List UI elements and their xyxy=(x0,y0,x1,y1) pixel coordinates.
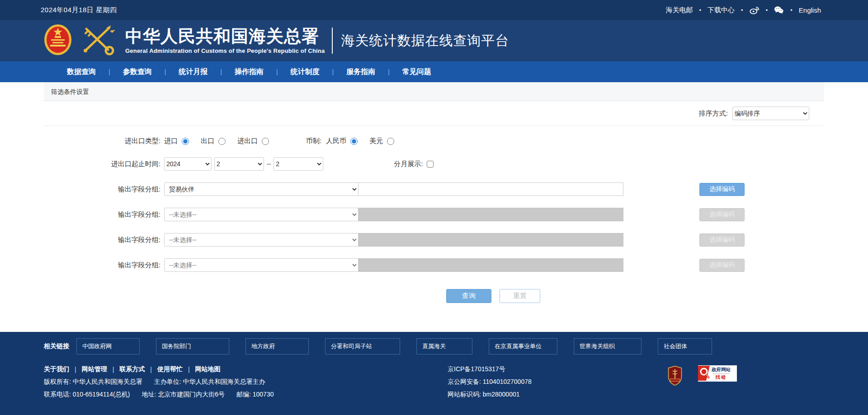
radio-rmb[interactable] xyxy=(350,138,358,145)
output-group-select-4[interactable]: --未选择-- xyxy=(164,258,359,272)
select-code-button-4: 选择编码 xyxy=(699,259,745,272)
radio-import[interactable] xyxy=(182,138,189,145)
customs-crossed-key-emblem-icon xyxy=(78,23,118,58)
footer-pipe: | xyxy=(75,366,76,373)
english-link[interactable]: English xyxy=(799,6,821,14)
footer-address: 地址: 北京市建国门内大街6号 xyxy=(142,391,225,399)
radio-export-label: 出口 xyxy=(201,137,214,145)
select-code-button-3: 选择编码 xyxy=(699,233,745,247)
output-group-label: 输出字段分组: xyxy=(44,185,160,194)
footer-site-code: 网站标识码: bm28000001 xyxy=(448,391,532,399)
separator-dot: • xyxy=(790,7,793,14)
radio-import-export[interactable] xyxy=(262,138,269,145)
output-group-select-1[interactable]: 贸易伙伴 xyxy=(164,182,359,196)
output-group-codes-input-4 xyxy=(359,258,623,272)
radio-import-label: 进口 xyxy=(164,137,178,145)
nav-item-param-query[interactable]: 参数查询 xyxy=(110,67,165,77)
main-nav: 数据查询 | 参数查询 | 统计月报 | 操作指南 | 统计制度 | 服务指南 … xyxy=(0,61,868,82)
wechat-icon[interactable] xyxy=(774,6,784,14)
footer-phone: 联系电话: 010-65194114(总机) xyxy=(44,391,130,399)
nav-item-faq[interactable]: 常见问题 xyxy=(390,67,444,77)
china-national-emblem-icon xyxy=(44,24,72,57)
output-group-codes-input-1[interactable] xyxy=(359,182,623,196)
error-badge-magnifier-icon xyxy=(698,365,710,382)
footer-pipe: | xyxy=(188,366,190,373)
nav-item-service-guide[interactable]: 服务指南 xyxy=(334,67,388,77)
footer-copyright: 版权所有: 中华人民共和国海关总署 xyxy=(44,378,142,386)
footer-security-record: 京公网安备: 11040102700078 xyxy=(448,378,532,386)
error-badge-line1: 政府网站 xyxy=(712,367,731,373)
query-button[interactable]: 查询 xyxy=(446,289,491,303)
radio-usd[interactable] xyxy=(387,138,394,145)
nav-item-monthly-report[interactable]: 统计月报 xyxy=(166,67,220,77)
site-footer: 相关链接 中国政府网 国务院部门 地方政府 分署和司局子站 直属海关 在京直属事… xyxy=(0,332,868,415)
sort-label: 排序方式: xyxy=(699,109,728,117)
footer-link-sitemap[interactable]: 网站地图 xyxy=(195,365,221,373)
radio-import-export-label: 进出口 xyxy=(237,137,258,145)
weibo-icon[interactable] xyxy=(750,6,760,14)
nav-item-data-query[interactable]: 数据查询 xyxy=(54,67,108,77)
radio-export[interactable] xyxy=(218,138,226,145)
monthly-display-label: 分月展示: xyxy=(394,160,423,168)
separator-dot: • xyxy=(741,7,743,14)
end-month-select[interactable]: 2 xyxy=(274,157,323,171)
customs-shield-badge-icon[interactable] xyxy=(667,365,683,387)
top-bar: 2024年04月18日 星期四 海关电邮 • 下载中心 • • • Englis… xyxy=(0,0,868,20)
footer-icp: 京ICP备17015317号 xyxy=(448,365,532,373)
radio-usd-label: 美元 xyxy=(369,137,383,145)
output-group-label: 输出字段分组: xyxy=(44,261,160,270)
trade-type-label: 进出口类型: xyxy=(44,137,160,145)
related-link-gov-cn[interactable]: 中国政府网 xyxy=(76,338,140,354)
period-label: 进出口起止时间: xyxy=(44,160,160,168)
footer-sponsor: 主办单位: 中华人民共和国海关总署主办 xyxy=(154,378,265,386)
org-subtitle: General Administration of Customs of the… xyxy=(125,47,325,54)
footer-link-site-admin[interactable]: 网站管理 xyxy=(82,365,107,373)
sort-select[interactable]: 编码排序 xyxy=(732,107,809,120)
output-group-label: 输出字段分组: xyxy=(44,210,160,219)
filter-panel-title: 筛选条件设置 xyxy=(44,82,824,101)
monthly-display-checkbox[interactable] xyxy=(427,161,434,168)
related-link-local-gov[interactable]: 地方政府 xyxy=(245,338,309,354)
header-divider xyxy=(332,28,333,54)
footer-link-help[interactable]: 使用帮忙 xyxy=(157,365,183,373)
org-title: 中华人民共和国海关总署 xyxy=(125,27,325,46)
output-group-codes-input-2 xyxy=(359,208,623,221)
footer-pipe: | xyxy=(113,366,114,373)
select-code-button-2: 选择编码 xyxy=(699,208,745,221)
nav-item-operation-guide[interactable]: 操作指南 xyxy=(222,67,276,77)
nav-item-statistics-system[interactable]: 统计制度 xyxy=(278,67,332,77)
gov-site-error-badge[interactable]: 政府网站 找错 xyxy=(698,365,737,382)
platform-title: 海关统计数据在线查询平台 xyxy=(341,32,509,50)
output-group-codes-input-3 xyxy=(359,233,623,247)
radio-rmb-label: 人民币 xyxy=(326,137,346,145)
footer-link-about[interactable]: 关于我们 xyxy=(44,365,69,373)
customs-mail-link[interactable]: 海关电邮 xyxy=(666,6,693,14)
reset-button[interactable]: 重置 xyxy=(500,289,540,303)
footer-postcode: 邮编: 100730 xyxy=(236,391,274,399)
output-group-select-3[interactable]: --未选择-- xyxy=(164,233,359,247)
related-link-state-council[interactable]: 国务院部门 xyxy=(156,338,229,354)
separator-dot: • xyxy=(699,7,702,14)
related-link-branch-sites[interactable]: 分署和司局子站 xyxy=(325,338,400,354)
separator-dot: • xyxy=(766,7,768,14)
footer-pipe: | xyxy=(150,366,152,373)
related-link-wco[interactable]: 世界海关组织 xyxy=(574,338,642,354)
related-link-direct-customs[interactable]: 直属海关 xyxy=(416,338,472,354)
error-badge-line2: 找错 xyxy=(713,373,730,381)
download-center-link[interactable]: 下载中心 xyxy=(708,6,735,14)
related-links-label: 相关链接 xyxy=(44,342,69,350)
related-link-beijing-units[interactable]: 在京直属事业单位 xyxy=(489,338,557,354)
currency-label: 币制: xyxy=(306,137,321,145)
footer-link-contact[interactable]: 联系方式 xyxy=(119,365,145,373)
select-code-button-1[interactable]: 选择编码 xyxy=(699,183,745,196)
range-separator: -- xyxy=(267,160,271,168)
site-header: 中华人民共和国海关总署 General Administration of Cu… xyxy=(0,20,868,61)
year-select[interactable]: 2024 xyxy=(164,157,212,171)
output-group-select-2[interactable]: --未选择-- xyxy=(164,208,359,221)
start-month-select[interactable]: 2 xyxy=(214,157,264,171)
related-link-social-orgs[interactable]: 社会团体 xyxy=(658,338,712,354)
current-date: 2024年04月18日 星期四 xyxy=(41,6,117,14)
main-content: 筛选条件设置 排序方式: 编码排序 进出口类型: 进口 出口 进出口 币制: xyxy=(0,82,868,332)
output-group-label: 输出字段分组: xyxy=(44,236,160,244)
